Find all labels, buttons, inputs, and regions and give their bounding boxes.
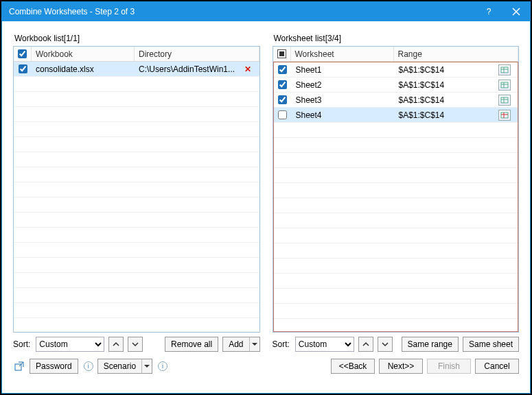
add-splitbutton[interactable]: Add [222, 337, 259, 352]
worksheet-select-all-checkbox[interactable] [277, 49, 286, 58]
scenario-dropdown-button[interactable] [141, 359, 152, 374]
workbook-select-all-checkbox[interactable] [18, 49, 27, 58]
table-row [274, 304, 518, 319]
chevron-down-icon [132, 341, 139, 348]
table-row [14, 318, 259, 332]
worksheet-range: $A$1:$C$14 [395, 110, 518, 121]
table-row[interactable]: Sheet2$A$1:$C$14 [274, 77, 518, 93]
add-dropdown-button[interactable] [249, 337, 260, 352]
worksheet-grid-header: Worksheet Range [273, 47, 519, 62]
worksheet-grid: Worksheet Range Sheet1$A$1:$C$14Sheet2$A… [273, 46, 520, 333]
workbook-sort-select[interactable]: Custom [36, 337, 104, 352]
table-row [274, 198, 518, 213]
workbook-grid: Workbook Directory consolidate.xlsxC:\Us… [13, 46, 260, 333]
range-selector-icon[interactable] [498, 64, 511, 75]
workbook-controls: Sort: Custom Remove all Add [13, 337, 260, 352]
workbook-move-down-button[interactable] [128, 337, 143, 352]
worksheet-name: Sheet4 [292, 110, 395, 120]
svg-rect-3 [501, 112, 508, 118]
info-icon[interactable]: i [158, 361, 167, 371]
table-row [14, 303, 259, 318]
workbook-col-name[interactable]: Workbook [32, 47, 135, 61]
worksheet-col-name[interactable]: Worksheet [291, 47, 394, 61]
table-row [14, 258, 259, 273]
remove-all-button[interactable]: Remove all [165, 337, 218, 352]
title-bar: Combine Worksheets - Step 2 of 3 ? [2, 2, 530, 21]
back-button[interactable]: <<Back [331, 359, 375, 374]
worksheet-header-checkbox-cell[interactable] [273, 47, 291, 61]
table-row [274, 183, 518, 198]
workbook-name: consolidate.xlsx [32, 64, 135, 74]
table-row [14, 137, 259, 152]
close-button[interactable] [502, 2, 530, 21]
worksheet-move-down-button[interactable] [378, 337, 393, 352]
svg-rect-1 [501, 82, 508, 88]
table-row [14, 213, 259, 228]
info-icon[interactable]: i [84, 361, 93, 371]
worksheet-range: $A$1:$C$14 [395, 64, 518, 75]
row-checkbox[interactable] [278, 80, 287, 89]
same-range-button[interactable]: Same range [402, 337, 459, 352]
range-selector-icon[interactable] [498, 95, 511, 106]
worksheet-move-up-button[interactable] [358, 337, 373, 352]
table-row[interactable]: consolidate.xlsxC:\Users\AddinTestWin1..… [14, 62, 259, 77]
table-row[interactable]: Sheet3$A$1:$C$14 [274, 93, 518, 108]
worksheet-rows: Sheet1$A$1:$C$14Sheet2$A$1:$C$14Sheet3$A… [273, 62, 519, 332]
worksheet-sort-select[interactable]: Custom [295, 337, 354, 352]
row-checkbox[interactable] [278, 110, 287, 119]
row-checkbox[interactable] [278, 65, 287, 74]
scenario-button[interactable]: Scenario [97, 359, 141, 374]
range-selector-icon[interactable] [498, 80, 511, 91]
same-sheet-button[interactable]: Same sheet [463, 337, 519, 352]
workbook-col-dir[interactable]: Directory [135, 47, 259, 61]
workbook-header-checkbox-cell[interactable] [14, 47, 32, 61]
range-selector-icon[interactable] [498, 110, 511, 121]
table-row [274, 153, 518, 168]
table-row [14, 198, 259, 213]
chevron-up-icon [113, 341, 119, 348]
dialog-window: Combine Worksheets - Step 2 of 3 ? Workb… [1, 1, 531, 394]
chevron-down-icon [382, 341, 389, 348]
caret-down-icon [144, 363, 150, 369]
table-row [274, 259, 518, 274]
workbook-directory: C:\Users\AddinTestWin1...✕ [135, 64, 259, 74]
table-row [14, 107, 259, 122]
workbook-list-label: Workbook list[1/1] [14, 34, 260, 43]
worksheet-range: $A$1:$C$14 [395, 95, 518, 106]
workbook-rows: consolidate.xlsxC:\Users\AddinTestWin1..… [14, 62, 259, 332]
svg-rect-0 [501, 67, 508, 73]
table-row [274, 319, 518, 332]
worksheet-col-range[interactable]: Range [394, 47, 519, 61]
add-button[interactable]: Add [222, 337, 248, 352]
table-row [274, 213, 518, 228]
chevron-up-icon [362, 341, 369, 348]
row-checkbox[interactable] [19, 64, 27, 73]
finish-button: Finish [427, 359, 471, 374]
cancel-button[interactable]: Cancel [475, 359, 519, 374]
workbook-move-up-button[interactable] [108, 337, 124, 352]
workbook-grid-header: Workbook Directory [14, 47, 259, 62]
password-button[interactable]: Password [30, 359, 78, 374]
table-row [274, 228, 518, 243]
worksheet-sort-label: Sort: [273, 339, 290, 349]
worksheet-list-label: Worksheet list[3/4] [274, 34, 520, 43]
external-link-icon[interactable] [13, 360, 25, 372]
worksheet-name: Sheet2 [292, 80, 395, 90]
caret-down-icon [252, 342, 257, 347]
worksheet-name: Sheet3 [292, 95, 395, 105]
window-title: Combine Worksheets - Step 2 of 3 [9, 7, 475, 16]
table-row [14, 77, 259, 92]
table-row [14, 228, 259, 243]
remove-row-button[interactable]: ✕ [244, 64, 251, 74]
help-button[interactable]: ? [475, 2, 502, 21]
next-button[interactable]: Next>> [379, 359, 423, 374]
row-checkbox[interactable] [278, 95, 287, 104]
table-row [274, 168, 518, 183]
table-row [14, 92, 259, 107]
scenario-splitbutton[interactable]: Scenario [97, 359, 152, 374]
table-row [14, 167, 259, 182]
table-row [274, 243, 518, 259]
table-row [14, 182, 259, 198]
table-row[interactable]: Sheet4$A$1:$C$14 [274, 108, 518, 123]
table-row[interactable]: Sheet1$A$1:$C$14 [274, 62, 518, 77]
